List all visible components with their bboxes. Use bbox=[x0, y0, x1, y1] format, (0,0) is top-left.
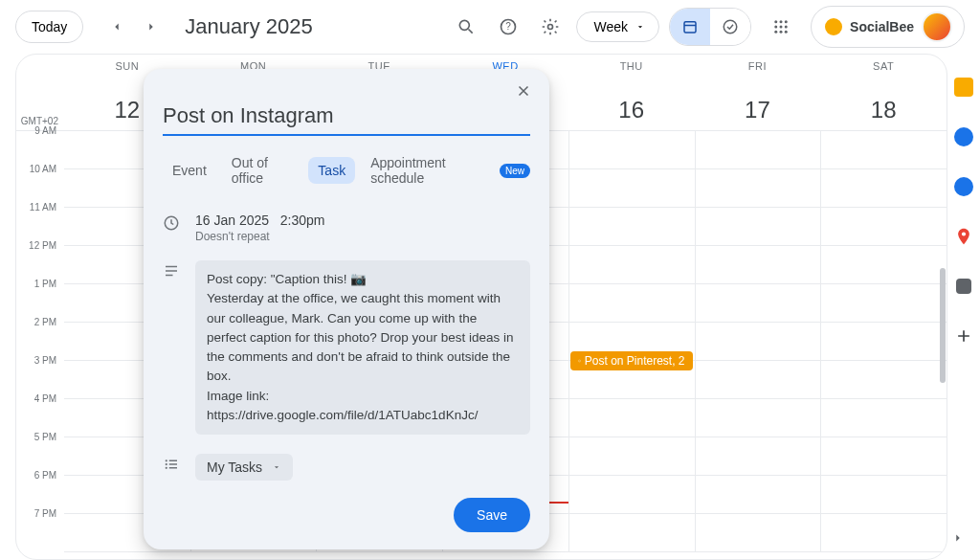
time-cell[interactable] bbox=[820, 208, 947, 246]
date-fri[interactable]: 17 bbox=[695, 97, 821, 130]
time-cell[interactable] bbox=[568, 399, 695, 437]
hour-label: 12 PM bbox=[16, 240, 64, 279]
add-panel-button[interactable] bbox=[947, 320, 980, 352]
time-cell[interactable] bbox=[820, 361, 947, 399]
topbar: Today January 2025 ? Week SocialBee bbox=[0, 0, 980, 54]
maps-button[interactable] bbox=[947, 220, 980, 253]
svg-text:?: ? bbox=[505, 21, 511, 32]
keep-icon bbox=[954, 78, 973, 97]
time-cell[interactable] bbox=[820, 476, 947, 514]
save-button[interactable]: Save bbox=[454, 498, 530, 532]
keep-button[interactable] bbox=[947, 71, 980, 103]
tasks-button[interactable] bbox=[947, 121, 980, 153]
tasks-view-button[interactable] bbox=[710, 9, 750, 45]
time-cell[interactable] bbox=[820, 169, 947, 208]
svg-point-15 bbox=[780, 31, 783, 34]
check-circle-icon bbox=[722, 18, 739, 35]
avatar[interactable] bbox=[922, 11, 952, 42]
chevron-right-icon bbox=[145, 20, 158, 34]
scroll-thumb[interactable] bbox=[940, 268, 946, 383]
caret-down-icon bbox=[635, 22, 645, 32]
prev-week-button[interactable] bbox=[100, 11, 133, 43]
time-cell[interactable] bbox=[568, 514, 695, 552]
time-cell[interactable] bbox=[695, 361, 821, 399]
time-cell[interactable] bbox=[695, 437, 821, 476]
next-week-button[interactable] bbox=[135, 11, 167, 43]
close-button[interactable] bbox=[507, 75, 540, 107]
time-cell[interactable] bbox=[568, 131, 695, 169]
time-cell[interactable] bbox=[568, 169, 695, 208]
hour-label: 11 AM bbox=[16, 202, 64, 240]
time-cell[interactable] bbox=[695, 169, 821, 208]
view-select[interactable]: Week bbox=[576, 11, 660, 42]
task-title-input[interactable] bbox=[163, 78, 530, 136]
hour-label: 10 AM bbox=[16, 164, 64, 202]
nav-arrows bbox=[100, 11, 167, 43]
time-cell[interactable] bbox=[695, 284, 821, 323]
time-cell[interactable] bbox=[695, 476, 821, 514]
task-list-select[interactable]: My Tasks bbox=[195, 454, 293, 481]
time-cell[interactable] bbox=[695, 399, 821, 437]
new-badge: New bbox=[500, 164, 530, 178]
addon-button[interactable] bbox=[947, 270, 980, 302]
svg-rect-5 bbox=[684, 22, 696, 33]
description-box[interactable]: Post copy: "Caption this! 📷 Yesterday at… bbox=[195, 260, 530, 435]
hour-label: 3 PM bbox=[16, 355, 64, 393]
search-button[interactable] bbox=[450, 11, 482, 43]
time-cell[interactable] bbox=[820, 323, 947, 361]
time-cell[interactable] bbox=[695, 131, 821, 169]
time-cell[interactable] bbox=[820, 437, 947, 476]
time-cell[interactable] bbox=[820, 399, 947, 437]
time-cell[interactable] bbox=[695, 246, 821, 284]
tab-event[interactable]: Event bbox=[163, 157, 216, 184]
help-button[interactable]: ? bbox=[492, 11, 524, 43]
view-label: Week bbox=[594, 19, 629, 34]
brand-pill[interactable]: SocialBee bbox=[811, 6, 965, 48]
apps-grid-icon bbox=[772, 18, 790, 35]
time-cell[interactable] bbox=[568, 208, 695, 246]
datetime-row[interactable]: 16 Jan 2025 2:30pm Doesn't repeat bbox=[144, 209, 549, 247]
time-cell[interactable] bbox=[568, 437, 695, 476]
list-icon bbox=[163, 454, 182, 473]
day-head-sat: SAT bbox=[820, 55, 947, 97]
event-chip[interactable]: Post on Pinterest, 2 bbox=[570, 351, 693, 370]
time-cell[interactable] bbox=[820, 284, 947, 323]
help-icon: ? bbox=[499, 17, 518, 36]
today-button[interactable]: Today bbox=[15, 11, 83, 43]
create-task-modal: Event Out of office Task Appointment sch… bbox=[144, 69, 549, 549]
person-icon bbox=[954, 177, 973, 196]
tasks-icon bbox=[954, 127, 973, 146]
time-cell[interactable] bbox=[568, 246, 695, 284]
calendar-view-button[interactable] bbox=[670, 9, 710, 45]
svg-point-9 bbox=[780, 20, 783, 23]
time-cell[interactable] bbox=[568, 284, 695, 323]
time-cell[interactable] bbox=[695, 208, 821, 246]
hour-label: 1 PM bbox=[16, 279, 64, 317]
plus-icon bbox=[954, 326, 973, 346]
tab-out-of-office[interactable]: Out of office bbox=[222, 149, 303, 191]
time-cell[interactable] bbox=[695, 323, 821, 361]
time-cell[interactable] bbox=[568, 476, 695, 514]
tab-appointment[interactable]: Appointment schedule bbox=[361, 149, 494, 191]
chevron-right-icon bbox=[951, 531, 965, 545]
svg-point-10 bbox=[785, 20, 788, 23]
contacts-button[interactable] bbox=[947, 170, 980, 203]
hour-label: 5 PM bbox=[16, 432, 64, 470]
tab-task[interactable]: Task bbox=[308, 157, 355, 184]
date-sat[interactable]: 18 bbox=[820, 97, 947, 130]
time-cell[interactable] bbox=[820, 246, 947, 284]
time-cell[interactable] bbox=[820, 131, 947, 169]
apps-button[interactable] bbox=[765, 11, 797, 43]
close-icon bbox=[515, 82, 532, 100]
svg-point-18 bbox=[578, 360, 580, 362]
bee-icon bbox=[825, 18, 842, 35]
svg-point-7 bbox=[724, 20, 737, 34]
view-toggle bbox=[669, 8, 751, 46]
collapse-panel-button[interactable] bbox=[942, 522, 974, 554]
hour-label: 7 PM bbox=[16, 508, 64, 547]
time-cell[interactable] bbox=[820, 514, 947, 552]
settings-button[interactable] bbox=[534, 11, 567, 43]
description-icon bbox=[163, 260, 182, 280]
time-cell[interactable] bbox=[695, 514, 821, 552]
date-thu[interactable]: 16 bbox=[568, 97, 695, 130]
